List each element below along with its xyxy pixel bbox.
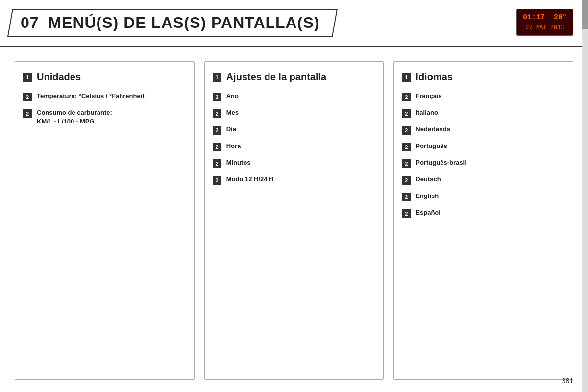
item-badge: 2: [402, 143, 411, 151]
item-text: Minutos: [226, 158, 251, 167]
page-number: 381: [562, 377, 573, 385]
item-badge: 2: [402, 176, 411, 185]
list-item: 2 Año: [213, 92, 376, 101]
page-header: 07 MENÚ(S) DE LAS(S) PANTALLA(S) 01:17 2…: [0, 0, 588, 47]
list-item: 2 Mes: [213, 108, 376, 118]
clock-display: 01:17 20° 27 MAI 2013: [516, 9, 573, 36]
list-item: 2 Italiano: [402, 108, 565, 118]
item-text: English: [416, 192, 439, 200]
item-badge: 2: [213, 159, 221, 168]
item-badge: 2: [402, 126, 411, 135]
panel-unidades-badge: 1: [23, 73, 32, 82]
item-text: Deutsch: [416, 175, 441, 184]
page-subtitle: MENÚ(S) DE LAS(S) PANTALLA(S): [48, 14, 319, 31]
list-item: 2 Modo 12 H/24 H: [213, 175, 376, 185]
panel-idiomas-badge: 1: [402, 73, 411, 82]
panel-idiomas: 1 Idiomas 2 Français 2 Italiano 2 Nederl…: [393, 61, 573, 380]
list-item: 2 Día: [213, 125, 376, 135]
page-title-text: [41, 14, 46, 31]
list-item: 2 Español: [402, 208, 565, 218]
item-badge: 2: [23, 93, 32, 101]
title-inner: 07 MENÚ(S) DE LAS(S) PANTALLA(S): [21, 14, 319, 32]
item-badge: 2: [402, 93, 411, 101]
clock-date: 27 MAI 2013: [523, 24, 567, 32]
item-badge: 2: [213, 93, 221, 101]
item-badge: 2: [213, 143, 221, 151]
list-item: 2 Temperatura: °Celsius / °Fahrenheit: [23, 92, 186, 101]
panel-idiomas-title: Idiomas: [416, 72, 453, 83]
panel-unidades-title: Unidades: [37, 72, 81, 83]
list-item: 2 Nederlands: [402, 125, 565, 135]
scrollbar-thumb[interactable]: [582, 0, 588, 29]
item-text: Nederlands: [416, 125, 450, 134]
list-item: 2 Deutsch: [402, 175, 565, 185]
item-text: Modo 12 H/24 H: [226, 175, 274, 184]
list-item: 2 Português-brasil: [402, 158, 565, 168]
item-badge: 2: [213, 109, 221, 118]
panel-ajustes-title-row: 1 Ajustes de la pantalla: [213, 72, 376, 83]
item-text: Temperatura: °Celsius / °Fahrenheit: [37, 92, 145, 100]
list-item: 2 English: [402, 192, 565, 201]
item-text: Português: [416, 142, 447, 150]
item-text: Português-brasil: [416, 158, 466, 167]
item-badge: 2: [213, 176, 221, 185]
scrollbar[interactable]: [582, 0, 588, 392]
item-text: Mes: [226, 108, 239, 117]
panel-unidades: 1 Unidades 2 Temperatura: °Celsius / °Fa…: [15, 61, 195, 380]
item-text: Hora: [226, 142, 241, 150]
item-text: Français: [416, 92, 441, 100]
list-item: 2 Minutos: [213, 158, 376, 168]
main-content: 1 Unidades 2 Temperatura: °Celsius / °Fa…: [0, 47, 588, 390]
item-text: Año: [226, 92, 239, 100]
item-badge: 2: [402, 193, 411, 201]
panel-ajustes-title: Ajustes de la pantalla: [226, 72, 327, 83]
list-item: 2 Consumo de carburante:KM/L - L/100 - M…: [23, 108, 186, 126]
panel-idiomas-title-row: 1 Idiomas: [402, 72, 565, 83]
panel-unidades-title-row: 1 Unidades: [23, 72, 186, 83]
item-badge: 2: [213, 126, 221, 135]
list-item: 2 Français: [402, 92, 565, 101]
item-badge: 2: [402, 109, 411, 118]
list-item: 2 Português: [402, 142, 565, 151]
item-badge: 2: [402, 209, 411, 218]
item-text: Español: [416, 208, 441, 217]
clock-time: 01:17 20°: [523, 12, 567, 24]
item-text: Día: [226, 125, 236, 134]
item-badge: 2: [23, 109, 32, 118]
item-text: Italiano: [416, 108, 438, 117]
list-item: 2 Hora: [213, 142, 376, 151]
title-wrapper: 07 MENÚ(S) DE LAS(S) PANTALLA(S): [7, 9, 338, 37]
panel-ajustes: 1 Ajustes de la pantalla 2 Año 2 Mes 2 D…: [204, 61, 384, 380]
panel-ajustes-badge: 1: [213, 73, 221, 82]
item-text: Consumo de carburante:KM/L - L/100 - MPG: [37, 108, 112, 126]
page-title: 07: [21, 14, 39, 31]
item-badge: 2: [402, 159, 411, 168]
